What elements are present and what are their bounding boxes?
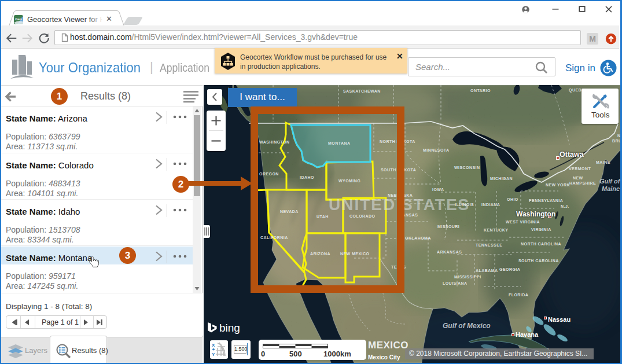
svg-text:PENNSYLVANIA: PENNSYLVANIA (529, 198, 563, 203)
svg-text:MEXICO: MEXICO (368, 340, 408, 351)
svg-text:Y: Y (212, 352, 215, 357)
svg-text:NEW: NEW (573, 176, 583, 180)
svg-text:LOUISIANA: LOUISIANA (443, 281, 468, 285)
svg-text:WEST VIRGINIA: WEST VIRGINIA (506, 220, 540, 224)
svg-text:OKLAHOMA: OKLAHOMA (405, 236, 431, 240)
svg-text:KENTUCKY: KENTUCKY (484, 228, 509, 232)
svg-text:Nassau: Nassau (548, 316, 571, 323)
svg-text:VIRGINIA: VIRGINIA (531, 227, 551, 231)
svg-text:MAINE: MAINE (596, 160, 610, 164)
svg-text:ARKANSAS: ARKANSAS (437, 250, 462, 254)
svg-text:N.J.: N.J. (561, 204, 569, 208)
svg-text:bing: bing (219, 322, 240, 334)
svg-text:Gulf of: Gulf of (599, 178, 621, 185)
svg-text:Maine: Maine (602, 185, 620, 192)
svg-text:HAMPSHIRE: HAMPSHIRE (569, 181, 596, 185)
svg-text:Geo: Geo (15, 17, 22, 21)
svg-text:OHIO: OHIO (507, 197, 518, 201)
svg-text:MISSOURI: MISSOURI (437, 225, 459, 229)
svg-text:Havana: Havana (516, 331, 539, 338)
svg-text:BRUN.: BRUN. (612, 139, 621, 143)
svg-text:Washington: Washington (516, 210, 555, 218)
svg-text:NEW YORK: NEW YORK (546, 183, 570, 187)
svg-text:NORTH CAROLINA: NORTH CAROLINA (521, 242, 561, 246)
svg-text:MINNESOTA: MINNESOTA (423, 148, 450, 152)
svg-text:SOUTH CAROLINA: SOUTH CAROLINA (518, 259, 559, 263)
svg-text:ALABAMA: ALABAMA (476, 269, 498, 273)
svg-text:TENNESSEE: TENNESSEE (476, 243, 502, 247)
svg-text:X: X (212, 343, 215, 348)
svg-text:Gulf of Mexico: Gulf of Mexico (443, 322, 491, 330)
svg-text:VERMONT: VERMONT (569, 167, 591, 171)
svg-text:ILLINOIS: ILLINOIS (455, 203, 474, 207)
svg-text:INDIANA: INDIANA (481, 203, 500, 207)
svg-text:Mexico City: Mexico City (368, 354, 400, 361)
svg-text:MISSISSIPPI: MISSISSIPPI (454, 275, 481, 279)
svg-text:Ottawa: Ottawa (560, 150, 584, 159)
svg-text:FLORIDA: FLORIDA (509, 293, 528, 297)
svg-text:MICHIGAN: MICHIGAN (490, 177, 513, 181)
svg-text:IOWA: IOWA (432, 187, 444, 192)
svg-text:SASKATCHEWAN: SASKATCHEWAN (343, 89, 381, 93)
svg-text:GEORGIA: GEORGIA (499, 267, 520, 271)
svg-text:ONTARIO: ONTARIO (470, 89, 491, 93)
svg-text:WISCONSIN: WISCONSIN (454, 166, 480, 170)
